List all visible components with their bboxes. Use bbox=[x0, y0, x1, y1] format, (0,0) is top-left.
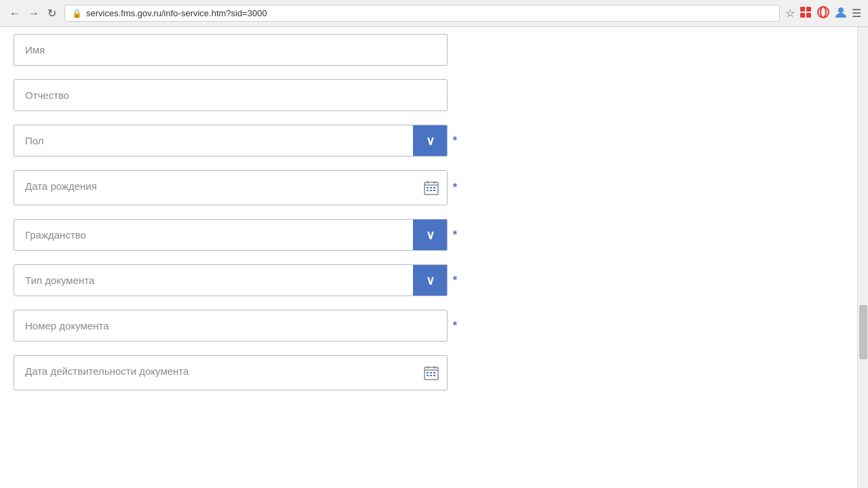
tip-dokumenta-label: Тип документа bbox=[14, 265, 413, 296]
nomer-dokumenta-input[interactable] bbox=[14, 310, 448, 342]
field-grazhdanstvo: Гражданство ∨ * bbox=[14, 219, 448, 251]
svg-rect-13 bbox=[433, 187, 435, 188]
chevron-down-icon: ∨ bbox=[426, 273, 435, 288]
otchestvo-input[interactable] bbox=[14, 79, 448, 111]
svg-rect-26 bbox=[433, 375, 435, 376]
scrollbar[interactable] bbox=[857, 27, 868, 488]
lock-icon: 🔒 bbox=[72, 9, 82, 18]
svg-rect-11 bbox=[427, 187, 429, 188]
data-deystvitelnosti-calendar-button[interactable] bbox=[416, 356, 447, 390]
svg-rect-16 bbox=[433, 190, 435, 191]
main-area: Пол ∨ * Дата рождения bbox=[0, 27, 857, 488]
svg-rect-0 bbox=[800, 7, 805, 12]
field-tip-dokumenta: Тип документа ∨ * bbox=[14, 264, 448, 296]
back-button[interactable]: ← bbox=[7, 6, 23, 21]
pol-select-wrapper: Пол ∨ bbox=[14, 125, 448, 157]
browser-actions: ☆ ☰ bbox=[785, 5, 861, 22]
account-button[interactable] bbox=[834, 5, 848, 22]
field-nomer-dokumenta: * bbox=[14, 310, 448, 342]
calendar-icon bbox=[424, 180, 439, 195]
svg-rect-3 bbox=[806, 13, 811, 18]
browser-chrome: ← → ↻ 🔒 services.fms.gov.ru/info-service… bbox=[0, 0, 868, 27]
svg-rect-1 bbox=[806, 7, 811, 12]
data-rozhdeniya-required-star: * bbox=[453, 182, 457, 194]
svg-rect-14 bbox=[427, 190, 429, 191]
star-button[interactable]: ☆ bbox=[785, 7, 795, 20]
tip-dokumenta-select-wrapper: Тип документа ∨ bbox=[14, 264, 448, 296]
form-container: Пол ∨ * Дата рождения bbox=[0, 34, 461, 418]
field-otchestvo bbox=[14, 79, 448, 111]
svg-point-5 bbox=[821, 7, 826, 18]
nav-buttons: ← → ↻ bbox=[7, 5, 59, 21]
menu-button[interactable]: ☰ bbox=[852, 7, 861, 20]
pol-dropdown-button[interactable]: ∨ bbox=[413, 125, 447, 156]
address-bar[interactable]: 🔒 services.fms.gov.ru/info-service.htm?s… bbox=[64, 5, 780, 22]
refresh-button[interactable]: ↻ bbox=[45, 5, 59, 21]
svg-rect-23 bbox=[433, 372, 435, 373]
svg-rect-21 bbox=[427, 372, 429, 373]
svg-rect-15 bbox=[430, 190, 432, 191]
chevron-down-icon: ∨ bbox=[426, 134, 435, 148]
data-rozhdeniya-label: Дата рождения bbox=[14, 171, 416, 205]
url-text: services.fms.gov.ru/info-service.htm?sid… bbox=[86, 8, 267, 18]
grazhdanstvo-select-wrapper: Гражданство ∨ bbox=[14, 219, 448, 251]
svg-rect-25 bbox=[430, 375, 432, 376]
calendar-icon-2 bbox=[424, 365, 439, 380]
tip-dokumenta-dropdown-button[interactable]: ∨ bbox=[413, 265, 447, 296]
svg-rect-22 bbox=[430, 372, 432, 373]
data-rozhdeniya-wrapper: Дата рождения bbox=[14, 170, 448, 205]
field-pol: Пол ∨ * bbox=[14, 125, 448, 157]
tip-dokumenta-required-star: * bbox=[453, 274, 457, 287]
grazhdanstvo-dropdown-button[interactable]: ∨ bbox=[413, 220, 447, 250]
scrollbar-thumb[interactable] bbox=[859, 305, 867, 359]
data-deystvitelnosti-wrapper: Дата действительности документа bbox=[14, 355, 448, 390]
svg-rect-24 bbox=[427, 375, 429, 376]
svg-rect-12 bbox=[430, 187, 432, 188]
field-data-rozhdeniya: Дата рождения bbox=[14, 170, 448, 205]
pol-required-star: * bbox=[453, 135, 457, 147]
chevron-down-icon: ∨ bbox=[426, 228, 435, 243]
grazhdanstvo-required-star: * bbox=[453, 229, 457, 241]
imya-input[interactable] bbox=[14, 34, 448, 66]
data-deystvitelnosti-label: Дата действительности документа bbox=[14, 356, 416, 390]
nomer-dokumenta-required-star: * bbox=[453, 320, 457, 332]
pol-label: Пол bbox=[14, 125, 413, 156]
data-rozhdeniya-calendar-button[interactable] bbox=[416, 171, 447, 205]
svg-rect-2 bbox=[800, 13, 805, 18]
opera-button[interactable] bbox=[816, 5, 830, 22]
field-data-deystvitelnosti: Дата действительности документа bbox=[14, 355, 448, 390]
svg-point-6 bbox=[838, 7, 844, 13]
forward-button[interactable]: → bbox=[26, 6, 42, 21]
grazhdanstvo-label: Гражданство bbox=[14, 220, 413, 250]
extensions-button[interactable] bbox=[799, 5, 812, 22]
svg-point-4 bbox=[818, 7, 829, 18]
field-imya bbox=[14, 34, 448, 66]
page-content: Пол ∨ * Дата рождения bbox=[0, 27, 868, 488]
